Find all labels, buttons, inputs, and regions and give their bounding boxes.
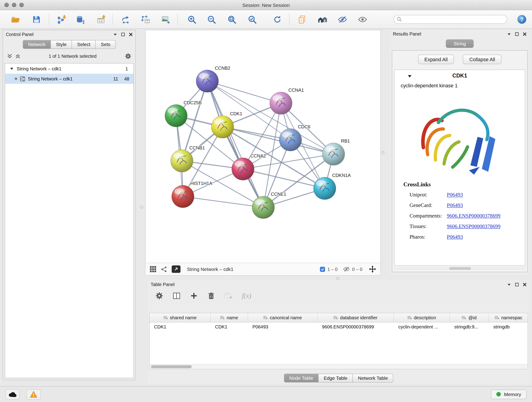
crosslink-link[interactable]: P06493 (447, 200, 463, 211)
warnings-button[interactable] (27, 389, 41, 399)
edge-CCNE1-HIST1H1A[interactable] (183, 196, 263, 207)
edge-CCNB2-CCNE1[interactable] (207, 81, 263, 207)
zoom-selected-button[interactable] (246, 12, 259, 26)
tab-sets[interactable]: Sets (96, 40, 116, 49)
window-minimize-button[interactable] (12, 3, 16, 7)
tab-select[interactable]: Select (72, 40, 96, 49)
node-RB1[interactable] (322, 143, 345, 165)
crosslink-link[interactable]: P06493 (447, 189, 463, 200)
table-cell[interactable]: P06493 (248, 322, 318, 332)
column-header[interactable]: canonical name (248, 313, 318, 322)
import-table-button[interactable] (94, 12, 107, 26)
node-CDC6[interactable] (279, 128, 302, 151)
expand-all-button[interactable]: Expand All (418, 55, 454, 64)
splitter-handle[interactable] (336, 277, 339, 280)
node-CCNB2[interactable] (196, 70, 219, 92)
column-header[interactable]: name (211, 313, 248, 322)
panel-close-icon[interactable] (129, 32, 133, 36)
birds-eye-icon[interactable] (150, 266, 157, 273)
cloud-button[interactable] (6, 389, 20, 399)
table-cell[interactable]: CDK1 (211, 322, 248, 332)
panel-close-icon[interactable] (523, 32, 526, 36)
memory-button[interactable]: Memory (491, 389, 526, 399)
table-cell[interactable]: 9606.ENSP00000378699 (317, 322, 394, 332)
panel-float-icon[interactable] (515, 283, 519, 286)
tree-expander-icon[interactable] (10, 67, 13, 70)
tab-string[interactable]: String (446, 39, 474, 48)
panel-menu-icon[interactable] (114, 32, 117, 36)
tab-edge-table[interactable]: Edge Table (319, 374, 353, 383)
new-network-from-selection-button[interactable] (119, 12, 132, 26)
table-horizontal-scrollbar[interactable] (150, 364, 528, 369)
new-table-from-network-button[interactable] (139, 12, 152, 26)
panel-float-icon[interactable] (515, 32, 519, 36)
import-network-file-button[interactable] (55, 12, 67, 26)
export-image-button[interactable] (159, 12, 172, 26)
show-labels-button[interactable] (356, 12, 369, 26)
gear-icon[interactable] (125, 53, 131, 59)
splitter-handle[interactable] (140, 206, 143, 209)
help-button[interactable]: ? (517, 15, 526, 24)
selected-checkbox-icon[interactable] (320, 267, 325, 272)
hide-glass-effect-button[interactable] (336, 12, 349, 26)
table-row[interactable]: CDK1 CDK1 P06493 9606.ENSP00000378699 cy… (150, 322, 528, 332)
export-view-button[interactable] (172, 265, 181, 273)
node-CDC25B[interactable] (165, 104, 187, 127)
network-collection-row[interactable]: String Network – cdk1 1 (5, 64, 133, 74)
collapse-all-icon[interactable] (7, 53, 12, 58)
table-settings-button[interactable] (155, 292, 163, 300)
splitter-handle[interactable] (381, 151, 384, 154)
open-session-button[interactable] (9, 12, 22, 26)
node-CCNB1[interactable] (171, 150, 193, 172)
column-header[interactable]: database identifier (317, 313, 394, 322)
node-CCNE1[interactable] (252, 196, 274, 219)
network-row-selected[interactable]: String Network – cdk1 11 48 (5, 74, 133, 84)
table-cell[interactable]: stringdb (489, 322, 528, 332)
zoom-out-button[interactable] (205, 12, 218, 26)
section-expander-icon[interactable] (408, 74, 412, 78)
home-networks-button[interactable] (316, 12, 329, 26)
zoom-in-button[interactable] (185, 12, 198, 26)
collapse-all-button[interactable]: Collapse All (463, 55, 501, 64)
node-CDKN1A[interactable] (313, 177, 336, 200)
node-CCNA2[interactable] (232, 158, 254, 180)
scrollbar-thumb[interactable] (151, 365, 192, 368)
copy-document-button[interactable] (296, 12, 308, 26)
expand-all-icon[interactable] (15, 53, 20, 58)
panel-menu-icon[interactable] (507, 283, 511, 286)
table-cell[interactable]: cyclin-dependent ... (394, 322, 450, 332)
tab-style[interactable]: Style (51, 40, 72, 49)
column-header[interactable]: namespac (489, 313, 528, 322)
apply-layout-button[interactable] (271, 12, 284, 26)
share-icon[interactable] (161, 266, 167, 272)
import-network-database-button[interactable] (74, 12, 87, 26)
crosslink-link[interactable]: 9606.ENSP00000378699 (447, 221, 500, 231)
create-column-button[interactable] (190, 292, 198, 300)
panel-float-icon[interactable] (121, 32, 125, 36)
node-CCNA1[interactable] (270, 92, 292, 114)
window-close-button[interactable] (4, 3, 9, 7)
show-columns-button[interactable] (173, 292, 181, 300)
crosslink-link[interactable]: P06493 (447, 231, 463, 242)
panel-close-icon[interactable] (523, 283, 526, 286)
tab-network-table[interactable]: Network Table (353, 374, 393, 383)
search-input[interactable] (394, 15, 507, 24)
gene-header[interactable]: CDK1 (394, 70, 525, 81)
tab-network[interactable]: Network (23, 40, 51, 49)
edge-CCNB2-CCNA1[interactable] (207, 81, 281, 103)
panel-menu-icon[interactable] (507, 32, 511, 36)
column-header[interactable]: description (394, 313, 450, 322)
save-session-button[interactable] (30, 12, 43, 26)
tab-node-table[interactable]: Node Table (284, 374, 319, 383)
table-cell[interactable]: stringdb:9... (450, 322, 489, 332)
function-builder-button[interactable]: f(x) (242, 292, 251, 300)
table-cell[interactable]: CDK1 (150, 322, 211, 332)
results-scrollbar[interactable] (394, 267, 525, 270)
edge-CCNA2-CDKN1A[interactable] (243, 169, 325, 188)
crosslink-link[interactable]: 9606.ENSP00000378699 (447, 211, 500, 221)
pan-move-icon[interactable] (369, 265, 376, 273)
node-CDK1[interactable] (211, 116, 234, 138)
column-header[interactable]: shared name (150, 313, 211, 322)
delete-column-button[interactable] (207, 292, 215, 300)
window-zoom-button[interactable] (19, 3, 24, 7)
